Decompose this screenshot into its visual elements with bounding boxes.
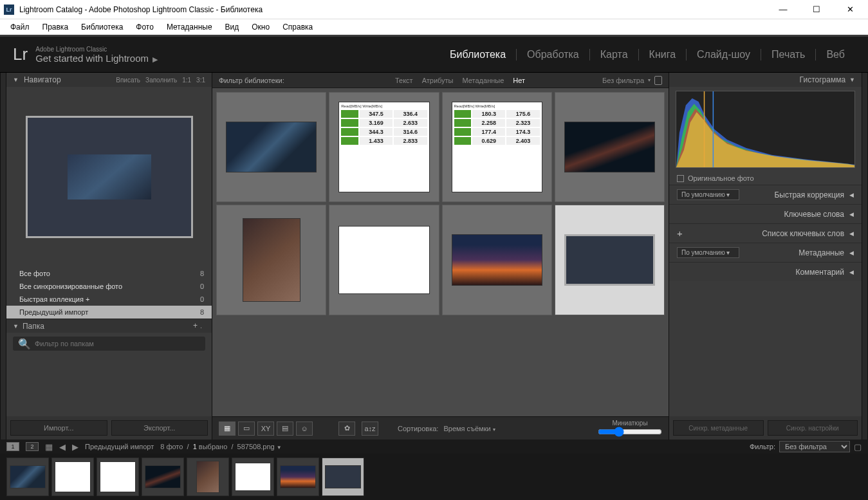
grid-cell[interactable] [329, 205, 439, 315]
left-panel: ▼ Навигатор Вписать Заполнить 1:1 3:1 Вс… [6, 73, 212, 440]
add-keyword-button[interactable]: + [677, 228, 683, 239]
comments-section[interactable]: Комментарий ◀ [669, 262, 862, 281]
sync-metadata-button[interactable]: Синхр. метаданные [673, 420, 764, 436]
filmstrip-thumb[interactable] [51, 458, 94, 496]
sort-dropdown[interactable]: Время съёмки ▾ [443, 425, 495, 432]
menu-metadata[interactable]: Метаданные [160, 21, 219, 33]
grid-cell[interactable]: Read[MB/s] Write[MB/s] 180.3175.6 2.2582… [442, 92, 552, 202]
people-view-button[interactable]: ☺ [296, 421, 313, 436]
module-develop[interactable]: Обработка [516, 49, 589, 60]
close-button[interactable]: ✕ [841, 3, 859, 16]
filmstrip-thumb[interactable] [187, 458, 229, 496]
navigator-preview[interactable] [6, 87, 212, 267]
checkbox-icon[interactable] [677, 175, 684, 182]
loupe-view-button[interactable]: ▭ [238, 421, 255, 436]
catalog-all-photos[interactable]: Все фото8 [6, 267, 212, 280]
painter-tool[interactable]: ✿ [338, 421, 355, 436]
module-library[interactable]: Библиотека [439, 49, 516, 60]
lock-icon[interactable] [654, 76, 662, 85]
module-slideshow[interactable]: Слайд-шоу [686, 49, 761, 60]
zoom-3to1[interactable]: 3:1 [196, 77, 205, 84]
filter-tab-none[interactable]: Нет [513, 77, 525, 84]
survey-view-button[interactable]: ▤ [277, 421, 293, 436]
sort-direction-button[interactable]: a↕z [362, 421, 378, 436]
menu-edit[interactable]: Правка [36, 21, 75, 33]
grid-toolbar: ▦ ▭ XY ▤ ☺ ✿ a↕z Сортировка: Время съёмк… [212, 416, 669, 440]
window-title: Lightroom Catalog - Adobe Photoshop Ligh… [19, 5, 774, 14]
quick-develop-section[interactable]: По умолчанию ▾ Быстрая коррекция ◀ [669, 185, 862, 204]
app-icon: Lr [4, 5, 14, 15]
filmstrip-source[interactable]: Предыдущий импорт [85, 443, 154, 450]
filmstrip-thumb[interactable] [97, 458, 139, 496]
filter-preset-dropdown[interactable]: Без фильтра▾ [602, 76, 662, 85]
folders-header[interactable]: ▼ Папка +﹒ [6, 319, 212, 333]
window-titlebar: Lr Lightroom Catalog - Adobe Photoshop L… [0, 0, 868, 19]
keyword-list-section[interactable]: + Список ключевых слов ◀ [669, 223, 862, 243]
minimize-button[interactable]: — [774, 3, 792, 16]
grid-cell-selected[interactable] [555, 205, 665, 315]
folder-filter[interactable]: 🔍 [13, 337, 205, 351]
keywords-section[interactable]: Ключевые слова ◀ [669, 204, 862, 223]
menu-library[interactable]: Библиотека [75, 21, 129, 33]
grid-view-button[interactable]: ▦ [219, 421, 235, 436]
menu-view[interactable]: Вид [219, 21, 246, 33]
grid-icon[interactable]: ▦ [45, 442, 53, 452]
grid-cell[interactable] [216, 205, 326, 315]
get-started-link[interactable]: Get started with Lightroom▶ [35, 53, 158, 64]
grid-cell[interactable] [442, 205, 552, 315]
zoom-fill[interactable]: Заполнить [145, 77, 177, 84]
catalog-synced-photos[interactable]: Все синхронизированные фото0 [6, 280, 212, 293]
filter-switch-icon[interactable]: ▢ [854, 442, 862, 452]
menu-file[interactable]: Файл [4, 21, 36, 33]
right-edge-toggle[interactable] [862, 73, 868, 440]
folder-filter-input[interactable] [35, 340, 200, 347]
filmstrip-thumb[interactable] [277, 458, 319, 496]
left-edge-toggle[interactable] [0, 73, 6, 440]
filmstrip-thumb[interactable] [142, 458, 184, 496]
histogram-header[interactable]: Гистограмма ▼ [669, 73, 862, 87]
catalog-quick-collection[interactable]: Быстрая коллекция +0 [6, 293, 212, 306]
go-forward-icon[interactable]: ▶ [72, 442, 78, 452]
menu-help[interactable]: Справка [276, 21, 319, 33]
module-web[interactable]: Веб [815, 49, 855, 60]
filmstrip-thumb[interactable] [232, 458, 274, 496]
metadata-section[interactable]: По умолчанию ▾ Метаданные ◀ [669, 243, 862, 262]
grid-cell[interactable] [555, 92, 665, 202]
module-map[interactable]: Карта [589, 49, 638, 60]
product-name: Adobe Lightroom Classic [35, 46, 158, 53]
navigator-header[interactable]: ▼ Навигатор Вписать Заполнить 1:1 3:1 [6, 73, 212, 87]
grid-cell[interactable]: Read[MB/s] Write[MB/s] 347.5336.4 3.1692… [329, 92, 439, 202]
primary-monitor-button[interactable]: 1 [6, 442, 19, 451]
add-folder-button[interactable]: +﹒ [193, 320, 205, 331]
histogram[interactable] [676, 91, 855, 168]
metadata-preset[interactable]: По умолчанию ▾ [677, 247, 739, 258]
grid-cell[interactable] [216, 92, 326, 202]
filter-tab-text[interactable]: Текст [395, 77, 413, 84]
filter-tab-metadata[interactable]: Метаданные [463, 77, 504, 84]
menu-photo[interactable]: Фото [129, 21, 160, 33]
maximize-button[interactable]: ☐ [808, 3, 826, 16]
filmstrip-filter-dropdown[interactable]: Без фильтра [779, 441, 850, 452]
go-back-icon[interactable]: ◀ [59, 442, 66, 452]
zoom-fit[interactable]: Вписать [116, 77, 140, 84]
compare-view-button[interactable]: XY [257, 421, 274, 436]
triangle-left-icon: ◀ [849, 211, 854, 218]
filmstrip-thumb[interactable] [6, 458, 49, 496]
export-button[interactable]: Экспорт... [111, 420, 208, 436]
thumbnail [338, 226, 429, 294]
secondary-monitor-button[interactable]: 2 [26, 442, 39, 451]
quick-develop-preset[interactable]: По умолчанию ▾ [677, 189, 739, 200]
catalog-previous-import[interactable]: Предыдущий импорт8 [6, 306, 212, 319]
filmstrip-thumb-selected[interactable] [322, 458, 364, 496]
menu-window[interactable]: Окно [245, 21, 276, 33]
import-button[interactable]: Импорт... [10, 420, 107, 436]
module-book[interactable]: Книга [638, 49, 686, 60]
filmstrip[interactable] [0, 454, 868, 500]
thumbnail-size-slider[interactable] [598, 427, 662, 437]
module-print[interactable]: Печать [761, 49, 815, 60]
sync-settings-button[interactable]: Синхр. настройки [768, 420, 858, 436]
original-photo-row[interactable]: Оригинальное фото [669, 172, 862, 185]
grid-view[interactable]: Read[MB/s] Write[MB/s] 347.5336.4 3.1692… [212, 88, 669, 416]
filter-tab-attributes[interactable]: Атрибуты [422, 77, 454, 84]
zoom-1to1[interactable]: 1:1 [182, 77, 191, 84]
